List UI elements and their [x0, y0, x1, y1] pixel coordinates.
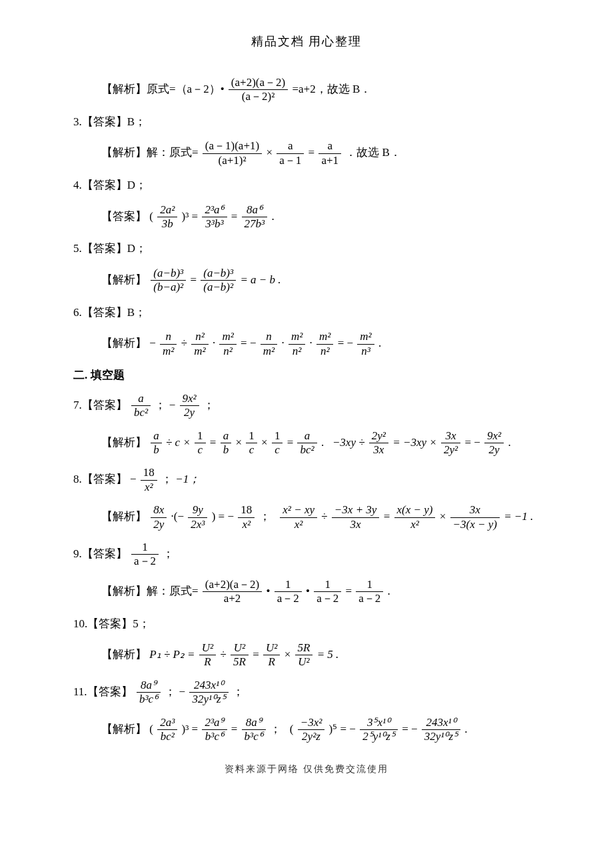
item-5-answer: 5.【答案】D；	[73, 240, 540, 257]
answer-label: 8.【答案】	[73, 473, 127, 485]
fraction: 8a⁶ 27b³	[242, 203, 268, 231]
fraction: nm²	[261, 330, 277, 358]
fraction: −3x²2y²z	[298, 716, 325, 744]
fraction: −3x + 3y3x	[332, 503, 380, 531]
item-10-analysis: 【解析】 P₁ ÷ P₂ = U²R ÷ U²5R = U²R × 5RU² =…	[73, 641, 540, 669]
fraction: U²R	[263, 641, 280, 669]
fraction: 2a³bc²	[157, 716, 177, 744]
fraction: abc²	[131, 392, 151, 420]
fraction: (a－1)(a+1) (a+1)²	[203, 139, 262, 167]
fraction: nm²	[160, 330, 177, 358]
analysis-label: 【解析】	[101, 337, 147, 349]
item-4-answer: 4.【答案】D；	[73, 177, 540, 194]
fraction: 3⁵x¹⁰2⁵y¹⁰z⁵	[360, 716, 398, 744]
fraction: m²n²	[289, 330, 305, 358]
page-footer: 资料来源于网络 仅供免费交流使用	[73, 763, 540, 775]
fraction: a a－1	[277, 139, 304, 167]
fraction: 243x¹⁰32y¹⁰z⁵	[422, 716, 460, 744]
fraction: 5RU²	[295, 641, 313, 669]
fraction: 1a－2	[131, 541, 159, 569]
item-11-answer: 11.【答案】 8a⁹b³c⁶ ； − 243x¹⁰32y¹⁰z⁵ ；	[73, 679, 540, 707]
fraction: 1a－2	[314, 578, 341, 606]
fraction: 1c	[272, 429, 283, 457]
fraction: 9y2x³	[188, 503, 207, 531]
fraction: a a+1	[318, 139, 341, 167]
answer-label: 【答案】	[101, 209, 147, 222]
fraction: x² − xyx²	[280, 503, 317, 531]
item-10-answer: 10.【答案】5；	[73, 615, 540, 633]
item-7-answer: 7.【答案】 abc² ； − 9x²2y ；	[73, 392, 540, 420]
fraction: 1a－2	[275, 578, 302, 606]
analysis-label: 【解析】	[101, 273, 147, 286]
tail-text: =a+2，故选 B．	[292, 83, 371, 95]
analysis-label: 【解析】解：原式=	[101, 585, 199, 597]
item-3-answer: 3.【答案】B；	[73, 113, 540, 131]
item-6-answer: 6.【答案】B；	[73, 304, 540, 321]
item-4-formula: 【答案】 ( 2a² 3b )³ = 2³a⁶ 3³b³ = 8a⁶ 27b³ …	[73, 203, 540, 231]
fraction: 1c	[246, 429, 257, 457]
fraction: 3x−3(x − y)	[450, 503, 500, 531]
item-8-analysis: 【解析】 8x2y ·(− 9y2x³ ) = − 18x² ； x² − xy…	[73, 503, 540, 531]
item-5-analysis: 【解析】 (a−b)³ (b−a)² = (a−b)³ (a−b)² = a −…	[73, 267, 540, 295]
fraction: 18x²	[141, 466, 157, 494]
fraction: 9x²2y	[180, 392, 199, 420]
fraction: n²m²	[191, 330, 208, 358]
fraction: m²n²	[219, 330, 236, 358]
fraction: U²R	[199, 641, 216, 669]
analysis-label: 【解析】	[101, 510, 147, 523]
item-9-answer: 9.【答案】 1a－2 ；	[73, 541, 540, 569]
fraction: ab	[221, 429, 232, 457]
fraction: 1c	[195, 429, 206, 457]
analysis-label: 【解析】	[101, 648, 147, 661]
item-3-analysis: 【解析】解：原式= (a－1)(a+1) (a+1)² × a a－1 = a …	[73, 139, 540, 167]
fraction: U²5R	[231, 641, 249, 669]
section-fill-blanks: 二. 填空题	[73, 367, 540, 383]
tail-text: ．故选 B．	[345, 146, 401, 159]
item-7-analysis: 【解析】 ab ÷ c × 1c = ab × 1c × 1c = abc² .…	[73, 429, 540, 457]
fraction: 2y²3x	[369, 429, 388, 457]
analysis-text: 【解析】原式=（a－2）•	[101, 83, 225, 95]
item-6-analysis: 【解析】 − nm² ÷ n²m² · m²n² = − nm² · m²n² …	[73, 330, 540, 358]
fraction: m²n³	[357, 330, 374, 358]
fraction: (a+2)(a－2) (a－2)²	[229, 76, 288, 104]
item-2-analysis: 【解析】原式=（a－2）• (a+2)(a－2) (a－2)² =a+2，故选 …	[73, 76, 540, 104]
analysis-label: 【解析】	[101, 722, 147, 735]
fraction: (a−b)³ (b−a)²	[151, 267, 186, 295]
item-8-answer: 8.【答案】 − 18x² ； −1；	[73, 466, 540, 494]
fraction: 18x²	[238, 503, 255, 531]
item-11-analysis: 【解析】 ( 2a³bc² )³ = 2³a⁹b³c⁶ = 8a⁹b³c⁶ ； …	[73, 716, 540, 744]
fraction: ab	[151, 429, 162, 457]
answer-label: 7.【答案】	[73, 399, 127, 411]
fraction: 8a⁹b³c⁶	[242, 716, 266, 744]
fraction: 2a² 3b	[157, 203, 177, 231]
fraction: (a+2)(a－2)a+2	[203, 578, 262, 606]
fraction: 8x2y	[151, 503, 167, 531]
document-page: 精品文档 用心整理 【解析】原式=（a－2）• (a+2)(a－2) (a－2)…	[0, 0, 613, 795]
fraction: abc²	[297, 429, 316, 457]
fraction: 1a－2	[356, 578, 383, 606]
fraction: m²n²	[316, 330, 333, 358]
analysis-label: 【解析】	[101, 435, 147, 448]
item-9-analysis: 【解析】解：原式= (a+2)(a－2)a+2 • 1a－2 • 1a－2 = …	[73, 578, 540, 606]
fraction: 243x¹⁰32y¹⁰z⁵	[189, 679, 228, 707]
fraction: 2³a⁹b³c⁶	[202, 716, 227, 744]
answer-label: 11.【答案】	[73, 685, 133, 698]
page-header: 精品文档 用心整理	[73, 33, 540, 49]
fraction: 9x²2y	[484, 429, 504, 457]
fraction: 2³a⁶ 3³b³	[202, 203, 227, 231]
fraction: (a−b)³ (a−b)²	[201, 267, 236, 295]
fraction: x(x − y)x²	[394, 503, 436, 531]
analysis-label: 【解析】解：原式=	[101, 146, 199, 159]
fraction: 8a⁹b³c⁶	[137, 679, 161, 707]
fraction: 3x2y²	[441, 429, 460, 457]
answer-label: 9.【答案】	[73, 547, 127, 560]
